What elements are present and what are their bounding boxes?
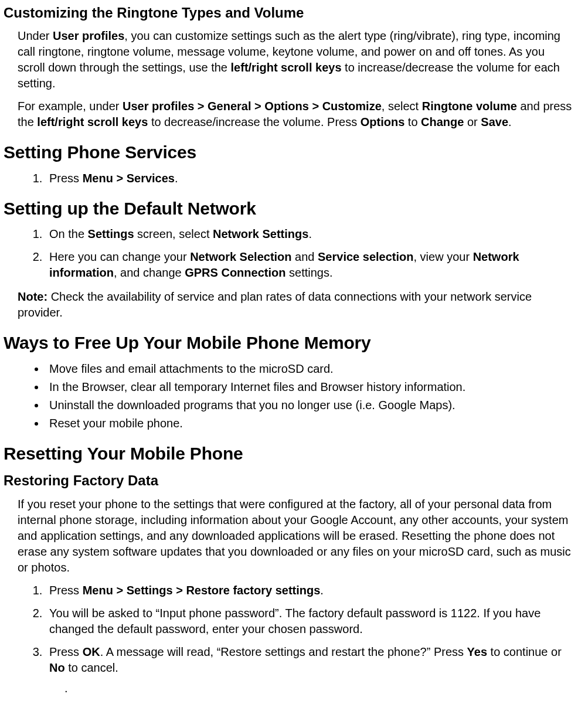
bold-network-selection: Network Selection <box>190 250 291 263</box>
text: On the <box>49 227 88 240</box>
text: settings. <box>285 266 332 279</box>
list-memory: Move files and email attachments to the … <box>4 361 574 431</box>
list-item: Press Menu > Services. <box>46 171 574 186</box>
bold-ok: OK <box>83 645 100 658</box>
heading-restoring-factory: Restoring Factory Data <box>4 471 574 490</box>
list-services: Press Menu > Services. <box>4 171 574 186</box>
text: Press <box>49 584 83 597</box>
list-item: In the Browser, clear all temporary Inte… <box>46 379 574 395</box>
bold-no: No <box>49 661 65 674</box>
text: Press <box>49 172 83 185</box>
heading-free-memory: Ways to Free Up Your Mobile Phone Memory <box>4 331 574 355</box>
bold-restore-path: Menu > Settings > Restore factory settin… <box>83 584 321 597</box>
bold-save: Save <box>481 115 508 128</box>
bold-change: Change <box>421 115 464 128</box>
bold-ringtone-volume: Ringtone volume <box>422 100 517 113</box>
stray-dot: . <box>64 681 574 696</box>
list-item: Press Menu > Settings > Restore factory … <box>46 583 574 598</box>
bold-gprs-connection: GPRS Connection <box>185 266 285 279</box>
text: . <box>320 584 324 597</box>
text: Press <box>49 645 83 658</box>
text: For example, under <box>18 100 123 113</box>
list-network: On the Settings screen, select Network S… <box>4 226 574 281</box>
paragraph-ringtone-example: For example, under User profiles > Gener… <box>18 98 574 130</box>
text: , select <box>382 100 422 113</box>
paragraph-reset-intro: If you reset your phone to the settings … <box>18 496 574 576</box>
heading-reset-phone: Resetting Your Mobile Phone <box>4 442 574 466</box>
text: screen, select <box>134 227 213 240</box>
heading-setting-phone-services: Setting Phone Services <box>4 141 574 165</box>
list-item: Press OK. A message will read, “Restore … <box>46 644 574 676</box>
heading-default-network: Setting up the Default Network <box>4 197 574 221</box>
text: Under <box>18 29 53 42</box>
bold-scroll-keys: left/right scroll keys <box>37 115 148 128</box>
list-item: Move files and email attachments to the … <box>46 361 574 377</box>
paragraph-ringtone-intro: Under User profiles, you can customize s… <box>18 28 574 91</box>
bold-network-settings: Network Settings <box>213 227 308 240</box>
bold-options: Options <box>361 115 405 128</box>
list-item: Reset your mobile phone. <box>46 416 574 431</box>
bold-scroll-keys: left/right scroll keys <box>231 61 342 74</box>
text: or <box>464 115 481 128</box>
text: to cancel. <box>65 661 118 674</box>
text: . A message will read, “Restore settings… <box>100 645 467 658</box>
text: to <box>404 115 421 128</box>
list-item: You will be asked to “Input phone passwo… <box>46 605 574 637</box>
list-reset: Press Menu > Settings > Restore factory … <box>4 583 574 676</box>
bold-user-profiles: User profiles <box>53 29 124 42</box>
heading-customizing-ringtone: Customizing the Ringtone Types and Volum… <box>4 4 574 22</box>
text: . <box>508 115 512 128</box>
bold-menu-services: Menu > Services <box>83 172 175 185</box>
text: to decrease/increase the volume. Press <box>148 115 360 128</box>
text: , and change <box>114 266 185 279</box>
text: and <box>292 250 318 263</box>
text: Here you can change your <box>49 250 190 263</box>
text: . <box>175 172 178 185</box>
text: , view your <box>413 250 472 263</box>
paragraph-network-note: Note: Check the availability of service … <box>18 289 574 321</box>
bold-note: Note: <box>18 290 47 303</box>
text: to continue or <box>487 645 562 658</box>
bold-service-selection: Service selection <box>318 250 413 263</box>
text: . <box>308 227 312 240</box>
list-item: Here you can change your Network Selecti… <box>46 249 574 281</box>
list-item: Uninstall the downloaded programs that y… <box>46 397 574 413</box>
bold-settings: Settings <box>88 227 134 240</box>
text: Check the availability of service and pl… <box>18 290 532 319</box>
bold-yes: Yes <box>467 645 487 658</box>
bold-path-customize: User profiles > General > Options > Cust… <box>123 100 382 113</box>
list-item: On the Settings screen, select Network S… <box>46 226 574 242</box>
